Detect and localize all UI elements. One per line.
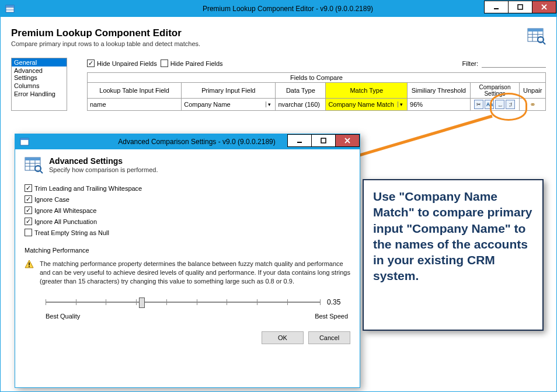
chevron-down-icon: ▾ <box>266 102 273 107</box>
app-icon <box>5 4 15 13</box>
main-titlebar: Premium Lookup Component Editor - v9.0 (… <box>1 1 556 17</box>
svg-line-15 <box>543 42 545 44</box>
chevron-down-icon: ▾ <box>398 102 405 107</box>
cell-matchtype[interactable]: Company Name Match▾ <box>326 99 408 111</box>
best-speed-label: Best Speed <box>315 313 348 320</box>
dialog-heading: Advanced Settings <box>49 156 158 166</box>
nav-list: General Advanced Settings Columns Error … <box>11 58 67 111</box>
cell-primary-value: Company Name <box>184 101 230 108</box>
advanced-settings-dialog: Advanced Comparison Settings - v9.0 (9.0… <box>15 134 360 388</box>
svg-rect-24 <box>25 158 40 160</box>
slider-value: 0.35 <box>327 298 350 306</box>
matching-perf-label: Matching Performance <box>25 247 350 254</box>
col-threshold: Similiary Threshold <box>408 83 470 99</box>
window-title: Premium Lookup Component Editor - v9.0 (… <box>19 5 556 13</box>
cell-compsettings: ✂ Aa ⎵ ;! <box>470 99 520 111</box>
svg-rect-5 <box>518 5 523 9</box>
perf-description: The matching performance property determ… <box>40 260 350 286</box>
col-compsettings: Comparison Settings <box>470 83 520 99</box>
unpair-icon: ⚭ <box>530 100 536 109</box>
fields-grid: Fields to Compare Lookup Table Input Fie… <box>87 72 546 111</box>
dialog-app-icon <box>20 137 29 146</box>
lookup-icon <box>527 27 546 47</box>
filter-label: Filter: <box>462 60 479 67</box>
svg-rect-18 <box>20 138 29 140</box>
nav-item-columns[interactable]: Columns <box>12 82 67 90</box>
dialog-maximize-button[interactable] <box>311 134 336 147</box>
svg-rect-3 <box>6 5 14 7</box>
col-unpair: Unpair <box>520 83 546 99</box>
perf-slider[interactable] <box>46 296 320 308</box>
cell-datatype: nvarchar (160) <box>276 99 326 111</box>
nav-item-general[interactable]: General <box>12 58 67 66</box>
maximize-button[interactable] <box>508 1 532 13</box>
nav-item-advanced[interactable]: Advanced Settings <box>12 66 67 82</box>
opt-empty-as-null[interactable]: Treat Empty String as Null <box>25 229 350 236</box>
case-icon[interactable]: Aa <box>485 100 494 109</box>
callout-box: Use "Company Name Match" to compare prim… <box>363 179 544 331</box>
scissors-icon[interactable]: ✂ <box>474 100 483 109</box>
table-row: name Company Name▾ nvarchar (160) Compan… <box>88 99 546 111</box>
cell-threshold: 96% <box>408 99 470 111</box>
opt-ws-label: Ignore All Whitespace <box>34 207 96 214</box>
opt-punct-label: Ignore All Punctuation <box>34 218 97 225</box>
opt-trim-whitespace[interactable]: ✓Trim Leading and Trailing Whitespace <box>25 184 350 192</box>
opt-ignore-whitespace[interactable]: ✓Ignore All Whitespace <box>25 206 350 214</box>
cell-matchtype-value: Company Name Match <box>328 101 394 108</box>
col-matchtype: Match Type <box>326 83 408 99</box>
hide-paired-label: Hide Paired Fields <box>170 60 223 67</box>
cell-unpair[interactable]: ⚭ <box>520 99 546 111</box>
col-primary: Primary Input Field <box>182 83 276 99</box>
opt-ignore-case[interactable]: ✓Ignore Case <box>25 195 350 203</box>
punctuation-icon[interactable]: ;! <box>506 100 515 109</box>
dialog-close-button[interactable] <box>335 134 360 147</box>
opt-ignore-punctuation[interactable]: ✓Ignore All Punctuation <box>25 218 350 225</box>
slider-thumb[interactable] <box>139 298 145 308</box>
dialog-subtitle: Specify how comparison is performed. <box>49 166 158 173</box>
warning-icon <box>25 260 34 269</box>
col-datatype: Data Type <box>276 83 326 99</box>
hide-unpaired-label: Hide Unpaired Fields <box>97 60 157 67</box>
filter-input[interactable] <box>482 59 546 68</box>
hide-paired-checkbox[interactable]: Hide Paired Fields <box>161 60 223 67</box>
callout-text: Use "Company Name Match" to compare prim… <box>373 188 533 284</box>
cancel-button[interactable]: Cancel <box>308 331 350 344</box>
nav-item-error[interactable]: Error Handling <box>12 90 67 98</box>
svg-rect-20 <box>321 138 326 143</box>
cell-primary[interactable]: Company Name▾ <box>182 99 276 111</box>
opt-trim-label: Trim Leading and Trailing Whitespace <box>34 185 142 192</box>
ok-button[interactable]: OK <box>262 331 304 344</box>
cell-lookup: name <box>88 99 182 111</box>
col-lookup: Lookup Table Input Field <box>88 83 182 99</box>
page-title: Premium Lookup Component Editor <box>11 27 200 39</box>
dialog-heading-icon <box>25 156 43 174</box>
hide-unpaired-checkbox[interactable]: ✓Hide Unpaired Fields <box>87 60 157 67</box>
opt-null-label: Treat Empty String as Null <box>34 229 109 236</box>
page-subtitle: Compare primary input rows to a lookup t… <box>11 40 200 47</box>
dialog-minimize-button[interactable] <box>287 134 312 147</box>
opt-case-label: Ignore Case <box>34 196 69 203</box>
svg-line-30 <box>40 171 43 173</box>
svg-point-32 <box>29 266 30 267</box>
whitespace-icon[interactable]: ⎵ <box>495 100 504 109</box>
best-quality-label: Best Quality <box>46 313 80 320</box>
svg-rect-9 <box>528 29 543 32</box>
minimize-button[interactable] <box>484 1 509 13</box>
close-button[interactable] <box>532 1 556 13</box>
grid-banner: Fields to Compare <box>88 73 546 83</box>
